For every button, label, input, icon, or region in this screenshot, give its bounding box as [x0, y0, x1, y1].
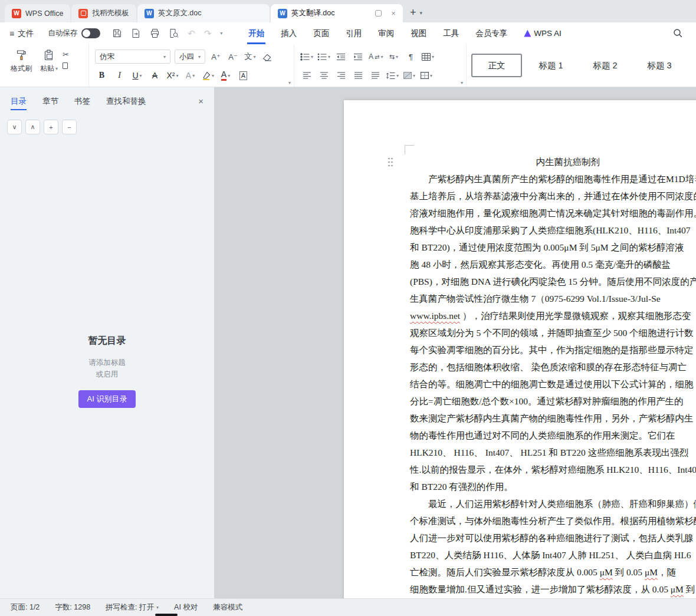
window-tab-doc-translation[interactable]: W英文翻译.doc× [271, 4, 403, 22]
sidebar-tab-toc[interactable]: 目录 [11, 87, 27, 115]
chevron-down-icon: ▾ [228, 73, 230, 78]
italic-button[interactable]: I [113, 68, 126, 83]
text-direction-button[interactable]: A⇄▾ [369, 50, 383, 63]
increase-indent-button[interactable] [352, 50, 365, 63]
expand-all-button[interactable]: ∧ [25, 120, 40, 134]
toggle-knob [83, 29, 90, 37]
chevron-down-icon: ▾ [176, 73, 178, 78]
paragraph-layout-button[interactable]: ¶ [404, 50, 417, 63]
font-name-select[interactable]: 仿宋▾ [95, 50, 170, 64]
style-body-text[interactable]: 正文 [471, 54, 522, 77]
redo-icon[interactable]: ↷ [204, 28, 212, 39]
autosave-toggle[interactable] [81, 28, 100, 38]
window-tab-doc-original[interactable]: W英文原文.doc [137, 4, 270, 22]
ribbon-tab-reference[interactable]: 引用 [337, 22, 370, 44]
format-painter-button[interactable]: 格式刷 [7, 48, 35, 75]
decrease-indent-button[interactable] [334, 50, 347, 63]
window-tab-docer-templates[interactable]: 找稻壳模板 [71, 4, 136, 22]
doc-line: (PBS)，对细胞 DNA 进行碘化丙啶染色 15 分钟。随后使用不同浓度的产紫 [410, 273, 696, 290]
document-canvas[interactable]: 内生菌抗癌制剂 产紫杉醇内生真菌所产生的紫杉醇的细胞毒性作用是通过在M1D培养基… [214, 87, 696, 598]
line-spacing-button[interactable]: ▾ [386, 69, 399, 82]
superscript-button[interactable]: X²▾ [166, 68, 179, 83]
style-heading-2[interactable]: 标题 2 [580, 54, 631, 77]
font-size-select[interactable]: 小四▾ [175, 50, 205, 64]
chevron-down-icon: ▾ [55, 66, 58, 71]
popout-icon[interactable] [375, 10, 382, 17]
asian-layout-button[interactable]: ⇆▾ [387, 50, 400, 63]
shrink-font-button[interactable]: A⁻ [226, 50, 239, 63]
insert-table-button[interactable]: ▾ [421, 50, 434, 63]
word-count[interactable]: 字数: 1298 [55, 602, 90, 612]
text-effects-button[interactable]: A▾ [183, 68, 197, 83]
customize-toolbar-chevron-icon[interactable]: ▾ [220, 31, 222, 36]
paragraph-dialog-launcher-icon[interactable]: ▾ [461, 80, 463, 85]
numbered-list-button[interactable]: ▾ [317, 50, 330, 63]
page-indicator[interactable]: 页面: 1/2 [11, 602, 40, 612]
close-tab-icon[interactable]: × [391, 9, 396, 18]
zoom-in-level-button[interactable]: + [44, 120, 58, 134]
wps-ai-icon [524, 30, 531, 37]
underline-button[interactable]: U▾ [130, 68, 144, 83]
paragraph-row-2: ▾ ▾ ▾ [298, 66, 464, 85]
font-row-1: 仿宋▾ 小四▾ A⁺ A⁻ 文▾ [93, 47, 291, 66]
ribbon-tab-home[interactable]: 开始 [240, 22, 273, 44]
save-icon[interactable] [112, 28, 122, 38]
export-icon[interactable] [131, 28, 141, 38]
window-tab-wps-home[interactable]: WWPS Office [5, 4, 70, 22]
style-heading-1[interactable]: 标题 1 [526, 54, 576, 77]
ribbon-tab-page[interactable]: 页面 [305, 22, 337, 44]
ribbon-tab-label: 视图 [411, 28, 426, 39]
ribbon-tab-label: 开始 [248, 28, 264, 39]
collapse-all-button[interactable]: ∨ [7, 120, 22, 134]
new-tab-button[interactable]: + [410, 7, 416, 18]
style-heading-3[interactable]: 标题 3 [634, 54, 685, 77]
paragraph-drag-handle-icon[interactable] [388, 157, 394, 167]
bullet-list-button[interactable]: ▾ [300, 50, 313, 63]
ribbon-tab-wps-ai[interactable]: WPS AI [516, 22, 570, 44]
navigation-sidebar: 目录章节书签查找和替换× ∨ ∧ + − 暂无目录 请添加标题 或启用 AI 识… [0, 87, 214, 598]
phonetic-guide-button[interactable]: 文▾ [244, 50, 257, 63]
distribute-button[interactable] [369, 69, 382, 82]
font-color-button[interactable]: A▾ [219, 68, 232, 83]
ribbon-tab-review[interactable]: 审阅 [370, 22, 402, 44]
font-dialog-launcher-icon[interactable]: ▾ [288, 80, 291, 85]
copy-icon[interactable] [63, 62, 69, 69]
ribbon-tab-view[interactable]: 视图 [402, 22, 435, 44]
bold-button[interactable]: B [95, 68, 109, 83]
sidebar-tab-bookmarks[interactable]: 书签 [74, 87, 90, 115]
ai-proofread-button[interactable]: AI 校对 [174, 602, 198, 612]
document-page[interactable]: 内生菌抗癌制剂 产紫杉醇内生真菌所产生的紫杉醇的细胞毒性作用是通过在M1D培养基… [344, 100, 696, 598]
clear-format-button[interactable] [261, 50, 274, 63]
undo-icon[interactable]: ↶ [188, 28, 195, 39]
zoom-out-level-button[interactable]: − [62, 120, 77, 134]
borders-button[interactable]: ▾ [420, 69, 433, 82]
doc-line: 溶液对细胞作用，量化观察细胞凋亡情况来确定其针对细胞的毒副作用。 [410, 205, 696, 222]
ribbon-tab-tools[interactable]: 工具 [435, 22, 467, 44]
sidebar-tab-find-replace[interactable]: 查找和替换 [106, 87, 146, 115]
spellcheck-toggle[interactable]: 拼写检查: 打开▾ [106, 602, 159, 612]
print-icon[interactable] [150, 28, 160, 38]
justify-button[interactable] [352, 69, 365, 82]
tab-list-chevron-icon[interactable]: ▾ [419, 10, 422, 16]
ai-recognize-toc-button[interactable]: AI 识别目录 [78, 390, 136, 408]
sidebar-tab-chapters[interactable]: 章节 [42, 87, 58, 115]
cut-icon[interactable]: ✂ [63, 50, 69, 59]
ribbon-tab-member[interactable]: 会员专享 [467, 22, 516, 44]
shading-button[interactable]: ▾ [403, 69, 416, 82]
grow-font-button[interactable]: A⁺ [209, 50, 222, 63]
align-center-button[interactable] [317, 69, 330, 82]
horizontal-scrollbar-thumb[interactable] [155, 614, 178, 616]
close-sidebar-icon[interactable]: × [198, 96, 203, 106]
paste-button[interactable]: 粘贴▾ [37, 48, 61, 75]
file-menu-button[interactable]: ≡ 文件 [9, 28, 34, 39]
docer-icon [78, 9, 88, 18]
highlight-color-button[interactable]: ▾ [201, 68, 215, 83]
align-right-button[interactable] [334, 69, 347, 82]
align-left-button[interactable] [300, 69, 313, 82]
strikethrough-button[interactable]: A [148, 68, 162, 83]
print-preview-icon[interactable] [169, 28, 179, 38]
ribbon-tab-insert[interactable]: 插入 [273, 22, 305, 44]
search-icon[interactable] [673, 28, 683, 38]
character-border-button[interactable]: A [237, 68, 250, 83]
ribbon-tab-label: 引用 [346, 28, 362, 39]
